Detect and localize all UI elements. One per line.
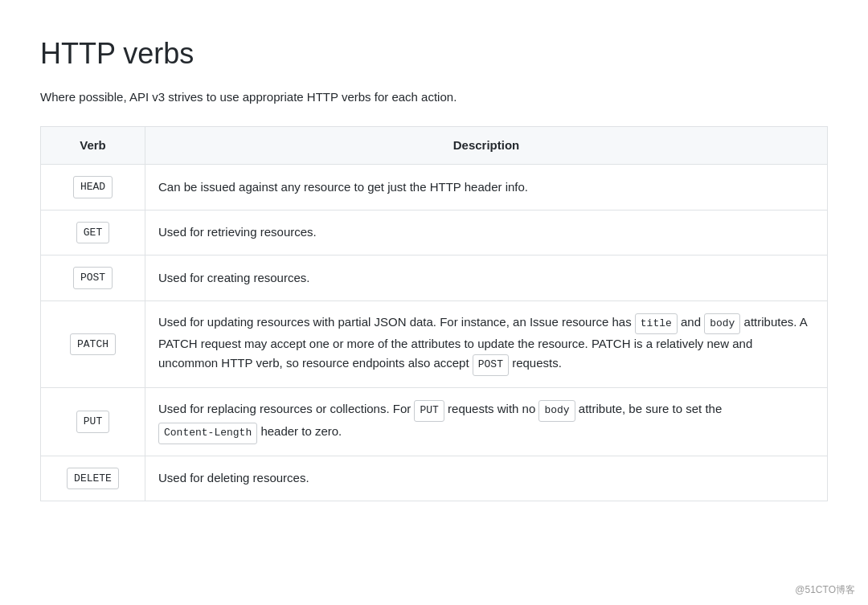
verb-badge-patch: PATCH [70,333,116,356]
description-cell-head: Can be issued against any resource to ge… [145,165,828,211]
code-put-inline: PUT [414,400,444,422]
verb-column-header: Verb [41,126,145,165]
verb-cell: POST [41,255,145,301]
code-title: title [635,313,678,335]
page-subtitle: Where possible, API v3 strives to use ap… [40,88,828,107]
code-body: body [704,313,740,335]
verb-cell: PUT [41,388,145,456]
code-post-inline: POST [473,354,509,376]
verb-cell: HEAD [41,165,145,211]
description-cell-post: Used for creating resources. [145,255,828,301]
table-row: DELETE Used for deleting resources. [41,456,828,501]
description-cell-put: Used for replacing resources or collecti… [145,388,828,456]
verb-cell: GET [41,210,145,255]
verb-badge-delete: DELETE [67,468,119,490]
verb-cell: PATCH [41,300,145,388]
table-row: GET Used for retrieving resources. [41,210,828,255]
http-verbs-table: Verb Description HEAD Can be issued agai… [40,126,828,502]
verb-badge-put: PUT [76,411,109,433]
description-column-header: Description [145,126,828,165]
description-cell-get: Used for retrieving resources. [145,210,828,255]
description-cell-patch: Used for updating resources with partial… [145,300,828,388]
table-row: HEAD Can be issued against any resource … [41,165,828,211]
verb-badge-post: POST [73,267,113,289]
code-content-length: Content-Length [158,423,257,444]
verb-badge-head: HEAD [73,176,113,198]
table-row: PUT Used for replacing resources or coll… [41,388,828,456]
table-row: POST Used for creating resources. [41,255,828,301]
page-title: HTTP verbs [40,32,828,76]
verb-badge-get: GET [76,222,109,244]
description-cell-delete: Used for deleting resources. [145,456,828,501]
table-row: PATCH Used for updating resources with p… [41,300,828,388]
code-body-inline: body [538,400,575,422]
table-header-row: Verb Description [41,126,828,165]
verb-cell: DELETE [41,456,145,501]
